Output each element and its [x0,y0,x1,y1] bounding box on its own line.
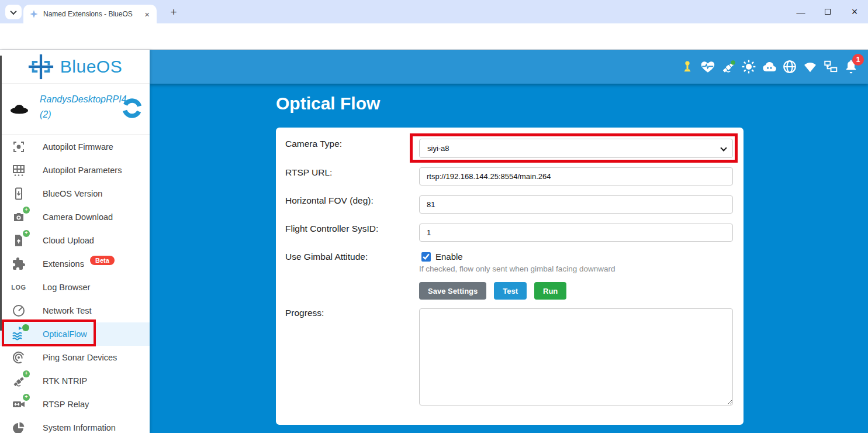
sidebar-item-label: RTSP Relay [43,400,89,409]
network-devices-icon[interactable] [823,59,838,74]
button-row: Save Settings Test Run [419,282,566,300]
progress-label: Progress: [285,308,324,318]
sysid-input[interactable] [419,224,733,242]
sidebar-item-label: Network Test [43,306,92,315]
app-header: 1 [150,50,868,84]
page-title: Optical Flow [276,94,380,114]
vehicle-name-text: RandysDesktopRPI4 [40,92,127,107]
sidebar-item-label: Camera Download [43,212,113,222]
sphere-icon [22,324,29,331]
tab-title: Named Extensions - BlueOS [43,10,143,18]
opticalflow-waves-icon [10,326,27,342]
update-badge-icon: + [23,394,30,401]
screen: Named Extensions - BlueOS × + — × ← → ↻ … [0,0,868,433]
beta-badge: Beta [90,256,115,265]
close-button[interactable]: × [841,0,868,23]
test-button[interactable]: Test [494,282,527,300]
maximize-button[interactable] [814,0,841,23]
sidebar-item-cloud-upload[interactable]: + Cloud Upload [0,229,150,252]
sidebar-item-log-browser[interactable]: LOG Log Browser [0,276,150,299]
rtsp-relay-icon: + [10,396,27,413]
joystick-icon[interactable] [680,59,695,74]
ping-sonar-icon [10,349,27,366]
heartbeat-icon[interactable] [700,59,715,74]
browser-frame: Named Extensions - BlueOS × + — × [0,0,868,23]
hfov-input[interactable] [419,195,733,214]
cloud-upload-icon: + [10,232,27,249]
sidebar-item-blueos-version[interactable]: BlueOS Version [0,182,150,205]
browser-toolbar: ← → ↻ ⚠ Not secure blueos-avahi.local/ex… [0,23,868,50]
sidebar-item-ping-sonar[interactable]: Ping Sonar Devices [0,346,150,369]
sidebar-item-autopilot-parameters[interactable]: Autopilot Parameters [0,159,150,182]
parameters-icon [10,162,27,178]
extensions-puzzle-icon [10,256,27,272]
rtsp-url-input[interactable] [419,167,733,185]
update-badge-icon: + [23,207,30,214]
version-icon [10,185,27,202]
rtsp-url-label: RTSP URL: [285,167,332,178]
sidebar-item-label: Extensions [43,259,84,269]
satellite-status-icon[interactable] [721,59,736,74]
pie-chart-icon [10,420,27,433]
globe-icon[interactable] [782,59,797,74]
gimbal-label: Use Gimbal Attitude: [285,252,368,262]
sidebar-item-label: BlueOS Version [43,189,102,198]
sidebar-item-camera-download[interactable]: + Camera Download [0,205,150,229]
sidebar-nav: Autopilot Firmware Autopilot Parameters … [0,135,150,433]
save-settings-button[interactable]: Save Settings [419,282,486,300]
blueos-logo-icon [27,53,54,80]
sidebar-item-label: Log Browser [43,283,90,292]
vehicle-name-suffix: (2) [40,107,127,122]
sidebar-item-autopilot-firmware[interactable]: Autopilot Firmware [0,135,150,159]
notification-badge: 1 [852,54,864,66]
sun-icon[interactable] [741,59,756,74]
run-button[interactable]: Run [534,282,566,300]
sidebar-scrollbar[interactable] [0,56,2,331]
progress-textarea[interactable] [419,308,733,405]
sidebar-item-rtk-ntrip[interactable]: + RTK NTRIP [0,369,150,393]
browser-tab[interactable]: Named Extensions - BlueOS × [23,5,157,23]
camera-type-label: Camera Type: [285,139,342,149]
sidebar-item-label: RTK NTRIP [43,376,87,386]
update-badge-icon: + [23,370,30,377]
sidebar-item-system-information[interactable]: System Information [0,416,150,433]
firmware-icon [10,139,27,155]
chevron-down-icon [10,8,16,14]
sidebar-item-label: Autopilot Firmware [43,142,113,152]
sysid-label: Flight Controller SysID: [285,224,378,234]
sidebar-item-label: Ping Sonar Devices [43,353,117,362]
vehicle-name: RandysDesktopRPI4 (2) [40,92,127,122]
sidebar: BlueOS RandysDesktopRPI4 (2) Autopilot F… [0,50,150,433]
tab-close-icon[interactable]: × [143,9,151,19]
enable-label: Enable [435,252,463,262]
window-controls: — × [787,0,868,23]
sidebar-item-label: OpticalFlow [43,329,87,339]
sidebar-item-label: Cloud Upload [43,236,94,245]
notifications-bell-icon[interactable]: 1 [843,59,859,74]
enable-checkbox[interactable] [421,252,431,262]
speedometer-icon [10,303,27,319]
sidebar-item-extensions[interactable]: Extensions Beta [0,252,150,276]
log-icon-text: LOG [11,284,26,291]
maximize-icon [825,9,831,15]
vehicle-row[interactable]: RandysDesktopRPI4 (2) [0,84,150,135]
wifi-icon[interactable] [803,59,818,74]
sidebar-item-opticalflow[interactable]: OpticalFlow [0,322,150,346]
camera-type-select[interactable]: siyi-a8 [419,139,733,158]
blueos-logo: BlueOS [0,50,150,84]
update-badge-icon: + [23,230,30,237]
sidebar-item-rtsp-relay[interactable]: + RTSP Relay [0,393,150,416]
settings-panel: Camera Type: siyi-a8 RTSP URL: Horizonta… [276,128,743,425]
tab-search-button[interactable] [5,5,22,19]
sidebar-item-label: Autopilot Parameters [43,166,122,175]
ufo-icon [9,98,30,119]
sidebar-item-network-test[interactable]: Network Test [0,299,150,322]
log-icon: LOG [10,279,27,295]
hfov-label: Horizontal FOV (deg): [285,195,374,206]
new-tab-button[interactable]: + [166,5,181,19]
cloud-icon[interactable] [762,59,777,74]
blueos-favicon-icon [29,9,39,19]
minimize-button[interactable]: — [787,0,814,23]
logo-text: BlueOS [60,57,122,77]
camera-download-icon: + [10,209,27,225]
